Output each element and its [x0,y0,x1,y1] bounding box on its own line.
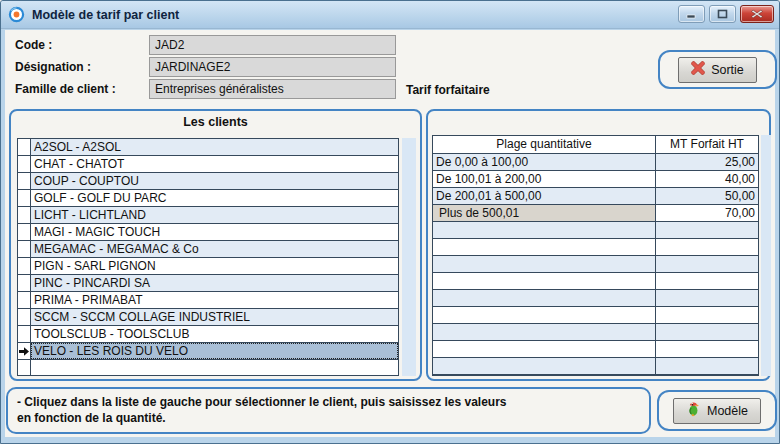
mt-cell[interactable]: 40,00 [656,171,758,187]
plage-cell[interactable] [433,290,656,306]
client-row[interactable]: COUP - COUPTOU [18,173,398,190]
plage-cell[interactable]: De 100,01 à 200,00 [433,171,656,187]
instruction-line-2: en fonction de la quantité. [17,410,649,426]
client-name: LICHT - LICHTLAND [31,207,398,223]
client-row[interactable]: PINC - PINCARDI SA [18,275,398,292]
modele-button-label: Modèle [707,404,748,418]
tariff-empty-row[interactable] [433,239,758,256]
row-marker [18,173,31,189]
mt-forfait-ht-header: MT Forfait HT [656,136,758,153]
mt-cell[interactable]: 25,00 [656,154,758,170]
tariff-row[interactable]: De 0,00 à 100,0025,00 [433,154,758,171]
clients-scrollbar[interactable] [402,138,416,376]
row-marker [18,360,31,376]
tariff-empty-row[interactable] [433,222,758,239]
window-title: Modèle de tarif par client [32,8,179,22]
tariff-scrollbar[interactable] [761,135,771,376]
minimize-button[interactable] [678,5,705,23]
client-row[interactable] [18,360,398,376]
client-row[interactable]: PIGN - SARL PIGNON [18,258,398,275]
clients-panel-title: Les clients [11,111,420,129]
mt-cell[interactable] [656,273,758,289]
client-row[interactable]: MAGI - MAGIC TOUCH [18,224,398,241]
mt-cell[interactable] [656,307,758,323]
mt-cell[interactable] [656,256,758,272]
tariff-empty-row[interactable] [433,256,758,273]
mt-cell[interactable] [656,341,758,357]
client-row[interactable]: CHAT - CHATOT [18,156,398,173]
maximize-button[interactable] [709,5,736,23]
row-marker [18,275,31,291]
plage-cell[interactable] [433,358,656,374]
tarif-forfaitaire-label: Tarif forfaitaire [406,83,490,97]
tariff-empty-row[interactable] [433,358,758,375]
plage-cell[interactable]: Plus de 500,01 [433,205,656,221]
plage-quantitative-header: Plage quantitative [433,136,656,153]
client-row-selected[interactable]: VELO - LES ROIS DU VELO [18,343,398,360]
red-x-icon [691,61,705,78]
tariff-row[interactable]: De 200,01 à 500,0050,00 [433,188,758,205]
tariff-empty-row[interactable] [433,324,758,341]
mt-cell[interactable] [656,358,758,374]
tariff-empty-row[interactable] [433,290,758,307]
plage-cell[interactable] [433,307,656,323]
clients-list[interactable]: A2SOL - A2SOLCHAT - CHATOTCOUP - COUPTOU… [17,138,399,376]
plage-cell[interactable] [433,324,656,340]
current-row-arrow-icon [18,343,31,359]
row-marker [18,258,31,274]
famille-client-label: Famille de client : [15,82,116,96]
client-name: GOLF - GOLF DU PARC [31,190,398,206]
titlebar[interactable]: Modèle de tarif par client [1,1,779,29]
client-name: PRIMA - PRIMABAT [31,292,398,308]
client-name: VELO - LES ROIS DU VELO [31,343,398,359]
client-row[interactable]: A2SOL - A2SOL [18,139,398,156]
code-field[interactable]: JAD2 [149,35,396,55]
plage-cell[interactable]: De 200,01 à 500,00 [433,188,656,204]
sortie-button[interactable]: Sortie [678,57,757,83]
plage-cell[interactable] [433,273,656,289]
modele-button[interactable]: Modèle [673,398,761,424]
tariff-row[interactable]: Plus de 500,0170,00 [433,205,758,222]
client-name: MEGAMAC - MEGAMAC & Co [31,241,398,257]
row-marker [18,241,31,257]
row-marker [18,224,31,240]
tariff-empty-row[interactable] [433,273,758,290]
mt-cell[interactable] [656,239,758,255]
mt-cell[interactable]: 50,00 [656,188,758,204]
parrot-icon [686,401,701,420]
client-row[interactable]: LICHT - LICHTLAND [18,207,398,224]
client-row[interactable]: GOLF - GOLF DU PARC [18,190,398,207]
client-row[interactable]: SCCM - SCCM COLLAGE INDUSTRIEL [18,309,398,326]
client-name: CHAT - CHATOT [31,156,398,172]
sortie-frame: Sortie [658,50,777,89]
tariff-empty-row[interactable] [433,307,758,324]
mt-cell[interactable] [656,290,758,306]
client-row[interactable]: TOOLSCLUB - TOOLSCLUB [18,326,398,343]
tariff-empty-row[interactable] [433,341,758,358]
designation-label: Désignation : [15,60,91,74]
tariff-panel: Plage quantitative MT Forfait HT De 0,00… [426,109,771,381]
client-name: PINC - PINCARDI SA [31,275,398,291]
plage-cell[interactable] [433,222,656,238]
plage-cell[interactable] [433,341,656,357]
app-icon [8,6,25,23]
tariff-row[interactable]: De 100,01 à 200,0040,00 [433,171,758,188]
close-button[interactable] [740,5,774,23]
famille-client-field[interactable]: Entreprises généralistes [149,79,396,99]
client-row[interactable]: PRIMA - PRIMABAT [18,292,398,309]
designation-field[interactable]: JARDINAGE2 [149,57,396,77]
mt-cell[interactable] [656,222,758,238]
mt-cell[interactable]: 70,00 [656,205,758,221]
plage-cell[interactable]: De 0,00 à 100,00 [433,154,656,170]
plage-cell[interactable] [433,239,656,255]
instruction-line-1: - Cliquez dans la liste de gauche pour s… [17,394,649,410]
plage-cell[interactable] [433,256,656,272]
modele-frame: Modèle [657,390,777,431]
tariff-table[interactable]: Plage quantitative MT Forfait HT De 0,00… [432,135,759,376]
client-name: MAGI - MAGIC TOUCH [31,224,398,240]
instruction-frame: - Cliquez dans la liste de gauche pour s… [6,387,651,434]
tariff-header-row: Plage quantitative MT Forfait HT [433,136,758,154]
mt-cell[interactable] [656,324,758,340]
row-marker [18,156,31,172]
client-row[interactable]: MEGAMAC - MEGAMAC & Co [18,241,398,258]
